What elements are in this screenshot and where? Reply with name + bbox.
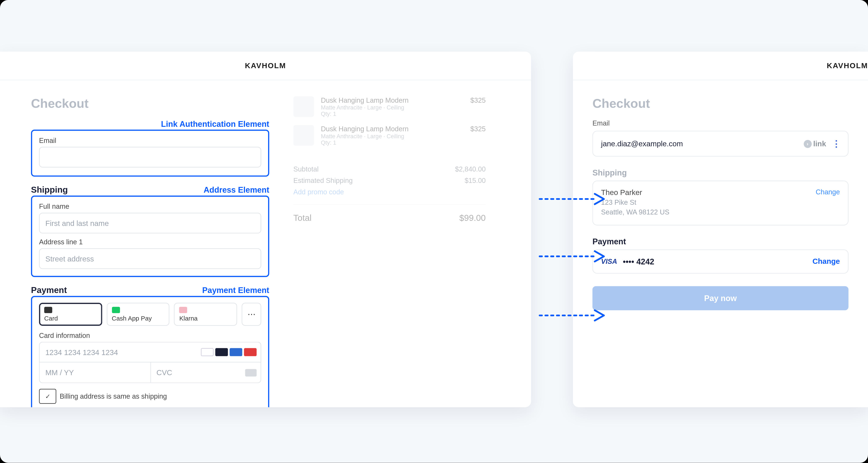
fullname-label: Full name bbox=[39, 203, 261, 211]
payment-method-cashapp[interactable]: Cash App Pay bbox=[106, 303, 169, 326]
same-billing-label: Billing address is same as shipping bbox=[60, 392, 167, 400]
cvc-icon bbox=[245, 369, 257, 376]
checkout-form-before: KAVHOLM Checkout Link Authentication Ele… bbox=[0, 52, 531, 407]
mastercard-icon bbox=[215, 348, 228, 356]
shipping-heading: Shipping bbox=[31, 185, 68, 195]
check-icon: ✓ bbox=[39, 389, 56, 404]
address1-label: Address line 1 bbox=[39, 238, 261, 246]
line-item: Dusk Hanging Lamp Modern Matte Anthracit… bbox=[293, 97, 486, 117]
email-display[interactable]: jane.diaz@example.com › link ⋮ bbox=[592, 131, 848, 157]
flow-arrow-icon bbox=[539, 309, 606, 310]
email-value: jane.diaz@example.com bbox=[601, 139, 798, 148]
card-expiry-input[interactable]: MM / YY bbox=[39, 362, 150, 383]
shipping-name: Theo Parker bbox=[601, 188, 810, 197]
page-title: Checkout bbox=[592, 97, 848, 111]
page-title: Checkout bbox=[31, 97, 269, 111]
payment-method-more[interactable]: ⋯ bbox=[242, 303, 261, 326]
email-label: Email bbox=[39, 137, 261, 144]
link-badge: › link bbox=[803, 139, 826, 148]
link-menu-icon[interactable]: ⋮ bbox=[832, 138, 840, 149]
change-shipping-link[interactable]: Change bbox=[816, 188, 840, 196]
unionpay-icon bbox=[244, 348, 257, 356]
shipping-line2: Seattle, WA 98122 US bbox=[601, 208, 810, 218]
card-cvc-input[interactable]: CVC bbox=[150, 362, 261, 383]
payment-heading: Payment bbox=[592, 237, 848, 246]
cashapp-icon bbox=[112, 307, 120, 313]
address1-input[interactable] bbox=[39, 248, 261, 269]
line-item: Dusk Hanging Lamp Modern Matte Anthracit… bbox=[293, 125, 486, 146]
payment-method-label: Card bbox=[44, 315, 97, 322]
flow-arrow-icon bbox=[539, 250, 606, 251]
checkout-form-after: KAVHOLM Checkout Email jane.diaz@example… bbox=[573, 52, 868, 407]
shipping-line1: 123 Pike St bbox=[601, 198, 810, 208]
payment-element-label: Payment Element bbox=[202, 286, 269, 295]
cardinfo-label: Card information bbox=[39, 332, 261, 339]
more-icon: ⋯ bbox=[248, 310, 255, 319]
card-icon bbox=[44, 307, 52, 313]
visa-icon bbox=[201, 348, 214, 356]
flow-arrow-icon bbox=[539, 192, 606, 193]
same-billing-checkbox[interactable]: ✓ Billing address is same as shipping bbox=[39, 389, 261, 404]
email-input[interactable] bbox=[39, 147, 261, 168]
card-number-placeholder: 1234 1234 1234 1234 bbox=[45, 348, 118, 357]
order-summary: Dusk Hanging Lamp Modern Matte Anthracit… bbox=[293, 97, 486, 407]
fullname-input[interactable] bbox=[39, 213, 261, 233]
saved-card[interactable]: VISA •••• 4242 Change bbox=[592, 250, 848, 273]
product-thumb bbox=[293, 125, 314, 146]
shipping-heading: Shipping bbox=[592, 168, 848, 177]
payment-method-label: Klarna bbox=[179, 315, 232, 322]
amex-icon bbox=[230, 348, 242, 356]
brand-logo: KAVHOLM bbox=[573, 52, 868, 80]
payment-method-klarna[interactable]: Klarna bbox=[174, 303, 237, 326]
email-label: Email bbox=[592, 120, 848, 127]
pay-now-button[interactable]: Pay now bbox=[592, 286, 848, 310]
brand-logo: KAVHOLM bbox=[0, 52, 531, 80]
add-promo-link[interactable]: Add promo code bbox=[293, 188, 486, 196]
change-payment-link[interactable]: Change bbox=[812, 257, 840, 266]
payment-method-label: Cash App Pay bbox=[112, 315, 164, 322]
card-masked: •••• 4242 bbox=[623, 257, 807, 266]
link-auth-element-label: Link Authentication Element bbox=[161, 120, 269, 129]
link-icon: › bbox=[803, 140, 811, 148]
payment-method-card[interactable]: Card bbox=[39, 303, 102, 326]
address-element-label: Address Element bbox=[204, 185, 269, 194]
klarna-icon bbox=[179, 307, 187, 313]
product-thumb bbox=[293, 97, 314, 117]
payment-heading: Payment bbox=[31, 285, 67, 295]
